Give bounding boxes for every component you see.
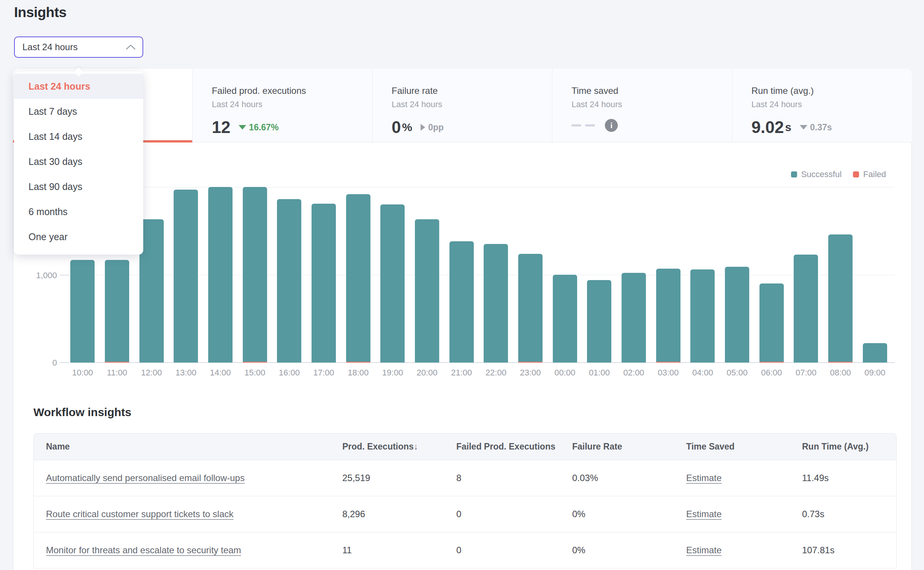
bar-13:00[interactable]: [169, 187, 203, 363]
table-row: Route critical customer support tickets …: [34, 496, 896, 532]
bar-successful-segment: [828, 234, 853, 362]
bar-19:00[interactable]: [375, 187, 410, 363]
table-row: Monitor for threats and escalate to secu…: [34, 532, 896, 568]
chart-legend: SuccessfulFailed: [722, 169, 886, 179]
bar-06:00[interactable]: [754, 187, 789, 363]
card-delta: 0pp: [421, 122, 444, 133]
bar-successful-segment: [690, 269, 715, 363]
card-subtitle: Last 24 hours: [392, 100, 552, 109]
y-axis-label-1000: 1,000: [23, 271, 57, 280]
bar-successful-segment: [863, 343, 887, 363]
bar-series: [65, 187, 892, 363]
bar-20:00[interactable]: [410, 187, 445, 363]
column-header-run-time[interactable]: Run Time (Avg.): [802, 442, 896, 452]
triangle-right-icon: [421, 124, 425, 131]
bar-23:00[interactable]: [513, 187, 548, 363]
summary-card-3[interactable]: Time savedLast 24 hoursi: [552, 69, 732, 142]
bar-22:00[interactable]: [479, 187, 513, 363]
bar-21:00[interactable]: [444, 187, 479, 363]
bar-04:00[interactable]: [685, 187, 720, 363]
bar-03:00[interactable]: [651, 187, 685, 363]
run-time-value: 11.49s: [802, 473, 896, 483]
empty-value-dashes: [571, 124, 595, 127]
menu-item-last-24-hours[interactable]: Last 24 hours: [14, 74, 143, 99]
bar-05:00[interactable]: [720, 187, 755, 363]
time-range-select[interactable]: Last 24 hours: [14, 36, 143, 58]
table-body: Automatically send personalised email fo…: [34, 460, 896, 568]
time-saved-estimate-link[interactable]: Estimate: [686, 509, 721, 519]
failed-prod-executions-value: 8: [456, 473, 572, 483]
bar-successful-segment: [759, 283, 784, 362]
column-header-failed-prod-executions[interactable]: Failed Prod. Executions: [456, 442, 572, 452]
menu-item-last-7-days[interactable]: Last 7 days: [14, 99, 143, 124]
column-header-prod-executions[interactable]: Prod. Executions↓: [342, 442, 456, 452]
bar-failed-segment: [759, 362, 784, 363]
bar-successful-segment: [725, 267, 749, 363]
menu-item-last-30-days[interactable]: Last 30 days: [14, 149, 143, 174]
card-delta: 16.67%: [239, 122, 278, 133]
bar-15:00[interactable]: [237, 187, 272, 363]
summary-card-4[interactable]: Run time (avg.)Last 24 hours9.02s0.37s: [732, 69, 912, 142]
bar-failed-segment: [243, 362, 267, 363]
run-time-value: 0.73s: [802, 509, 896, 519]
card-value-row: i: [571, 119, 732, 132]
info-icon[interactable]: i: [605, 119, 618, 132]
x-axis-tick-label: 17:00: [307, 368, 341, 378]
bar-00:00[interactable]: [547, 187, 582, 363]
bar-successful-segment: [174, 190, 198, 363]
run-time-value: 107.81s: [802, 545, 896, 556]
page-title: Insights: [14, 5, 66, 21]
card-title: Time saved: [571, 86, 732, 96]
legend-label: Successful: [801, 169, 842, 179]
bar-16:00[interactable]: [272, 187, 307, 363]
column-header-name[interactable]: Name: [34, 442, 342, 452]
bar-successful-segment: [70, 260, 95, 363]
bar-14:00[interactable]: [203, 187, 238, 363]
card-subtitle: Last 24 hours: [571, 100, 732, 109]
workflow-name-link[interactable]: Monitor for threats and escalate to secu…: [46, 545, 241, 555]
bar-18:00[interactable]: [341, 187, 375, 363]
menu-item-last-14-days[interactable]: Last 14 days: [14, 124, 143, 149]
bar-successful-segment: [449, 241, 474, 363]
workflow-name-link[interactable]: Route critical customer support tickets …: [46, 509, 234, 519]
x-axis-tick-label: 06:00: [754, 368, 789, 378]
time-range-dropdown-menu: Last 24 hoursLast 7 daysLast 14 daysLast…: [14, 71, 143, 255]
menu-item-one-year[interactable]: One year: [14, 224, 143, 249]
menu-item-last-90-days[interactable]: Last 90 days: [14, 174, 143, 199]
column-header-time-saved[interactable]: Time Saved: [686, 442, 802, 452]
card-title: Failed prod. executions: [212, 86, 372, 96]
workflow-name-link[interactable]: Automatically send personalised email fo…: [46, 473, 245, 483]
card-delta: 0.37s: [800, 122, 832, 133]
card-value: 12: [212, 119, 230, 136]
legend-label: Failed: [863, 169, 886, 179]
time-saved-estimate-link[interactable]: Estimate: [686, 545, 721, 555]
bar-02:00[interactable]: [617, 187, 651, 363]
legend-item-failed[interactable]: Failed: [853, 169, 886, 179]
legend-item-successful[interactable]: Successful: [791, 169, 842, 179]
bar-07:00[interactable]: [789, 187, 823, 363]
bar-08:00[interactable]: [823, 187, 858, 363]
time-saved-estimate-link[interactable]: Estimate: [686, 473, 721, 483]
bar-successful-segment: [105, 260, 129, 362]
x-axis-tick-label: 23:00: [513, 368, 548, 378]
menu-item-6-months[interactable]: 6 months: [14, 199, 143, 224]
card-value-row: 0%0pp: [392, 119, 552, 136]
bar-01:00[interactable]: [582, 187, 617, 363]
card-value: 9.02: [752, 119, 784, 136]
bar-failed-segment: [828, 362, 853, 363]
summary-card-2[interactable]: Failure rateLast 24 hours0%0pp: [372, 69, 552, 142]
card-title: Run time (avg.): [752, 86, 912, 96]
sort-descending-icon: ↓: [414, 442, 418, 451]
x-axis-tick-label: 10:00: [65, 368, 100, 378]
legend-swatch-icon: [853, 171, 859, 177]
card-value: 0: [392, 119, 401, 136]
x-axis-tick-label: 20:00: [410, 368, 445, 378]
bar-17:00[interactable]: [307, 187, 341, 363]
x-axis-tick-label: 00:00: [547, 368, 582, 378]
x-axis-tick-label: 11:00: [100, 368, 134, 378]
bar-09:00[interactable]: [858, 187, 892, 363]
summary-card-1[interactable]: Failed prod. executionsLast 24 hours1216…: [192, 69, 372, 142]
bar-failed-segment: [656, 362, 680, 363]
card-value-suffix: %: [402, 122, 412, 133]
column-header-failure-rate[interactable]: Failure Rate: [572, 442, 686, 452]
